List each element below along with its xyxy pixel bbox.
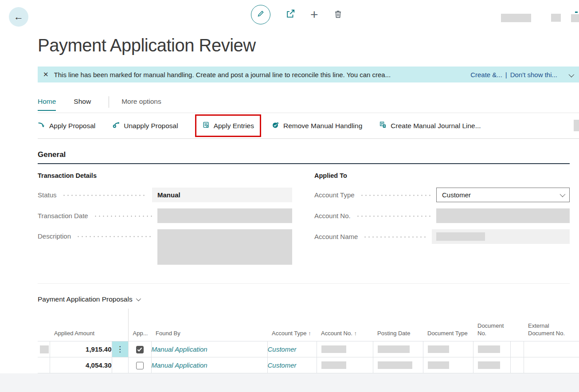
table-row: 1,915.40 ⋮ Manual Application Customer xyxy=(38,341,579,357)
dotted-leader xyxy=(356,216,431,217)
general-rule xyxy=(38,163,570,164)
account-no-cell[interactable] xyxy=(317,357,373,373)
description-field-row: Description xyxy=(38,229,292,265)
applied-checkbox[interactable] xyxy=(136,346,144,353)
posting-date-cell[interactable] xyxy=(373,341,423,357)
tab-more-options[interactable]: More options xyxy=(121,98,161,110)
account-no-field-row: Account No. xyxy=(314,208,570,223)
account-no-cell[interactable] xyxy=(317,341,373,357)
section-divider xyxy=(38,283,570,284)
apply-proposal-icon xyxy=(38,121,45,130)
found-by-header[interactable]: Found By xyxy=(151,309,267,341)
apply-proposal-button[interactable]: Apply Proposal xyxy=(38,121,95,130)
general-fields: Transaction Details Status Manual Transa… xyxy=(38,172,570,271)
account-no-field[interactable] xyxy=(436,208,570,223)
row-menu-cell[interactable] xyxy=(112,357,128,373)
applied-amount-cell[interactable]: 4,054.30 xyxy=(50,357,112,373)
banner-action-link[interactable]: Create &... xyxy=(470,71,502,78)
dotted-leader xyxy=(62,195,147,196)
pencil-icon xyxy=(257,10,265,20)
share-button[interactable] xyxy=(286,9,295,20)
found-by-link[interactable]: Manual Application xyxy=(152,361,207,369)
redacted-value xyxy=(478,361,500,369)
account-type-cell: Customer xyxy=(267,341,317,357)
status-label: Status xyxy=(38,191,57,199)
row-selector-cell[interactable] xyxy=(38,357,50,373)
external-document-no-header[interactable]: External Document No. xyxy=(524,309,579,341)
row-menu-cell[interactable]: ⋮ xyxy=(112,341,128,357)
back-button[interactable]: ← xyxy=(9,7,28,27)
account-type-field-row: Account Type Customer xyxy=(314,188,570,202)
plus-icon: + xyxy=(310,8,318,21)
apply-entries-button[interactable]: Apply Entries xyxy=(195,114,261,137)
banner-message: This line has been marked for manual han… xyxy=(54,71,471,78)
unapply-proposal-icon xyxy=(112,121,120,130)
close-icon[interactable]: ✕ xyxy=(43,71,49,78)
tab-home[interactable]: Home xyxy=(38,98,56,111)
banner-link-separator: | xyxy=(505,71,507,78)
redacted-value xyxy=(378,361,412,369)
document-type-cell[interactable] xyxy=(423,341,473,357)
delete-button[interactable] xyxy=(333,9,343,20)
banner-expand-button[interactable] xyxy=(569,71,573,78)
proposals-heading[interactable]: Payment Application Proposals xyxy=(38,295,579,303)
table-header-row: Applied Amount App... Found By Account T… xyxy=(38,309,579,341)
chevron-down-icon xyxy=(569,71,575,77)
document-type-header[interactable]: Document Type xyxy=(423,309,473,341)
document-no-cell[interactable] xyxy=(473,357,510,373)
chevron-down-icon xyxy=(136,296,141,301)
applied-checkbox-header[interactable]: App... xyxy=(128,309,151,341)
unapply-proposal-button[interactable]: Unapply Proposal xyxy=(112,121,178,130)
posting-date-cell[interactable] xyxy=(373,357,423,373)
action-label: Apply Proposal xyxy=(49,122,95,130)
select-column-header xyxy=(38,309,50,341)
found-by-cell: Manual Application xyxy=(151,357,267,373)
general-heading: General xyxy=(38,150,570,159)
redacted-value xyxy=(40,345,49,353)
applied-to-group: Applied To Account Type Customer Account… xyxy=(314,172,570,271)
action-bar: Apply Proposal Unapply Proposal Apply En… xyxy=(38,113,579,139)
external-document-no-cell[interactable] xyxy=(524,357,579,373)
account-name-field[interactable] xyxy=(432,229,570,244)
account-type-dropdown[interactable]: Customer xyxy=(436,188,570,202)
edit-button[interactable] xyxy=(251,5,270,24)
found-by-link[interactable]: Manual Application xyxy=(152,345,207,353)
redacted-action-item xyxy=(574,120,579,131)
action-label: Remove Manual Handling xyxy=(283,122,362,130)
row-selector-cell[interactable] xyxy=(38,341,50,357)
account-type-header[interactable]: Account Type ↑ xyxy=(267,309,317,341)
applied-amount-header[interactable]: Applied Amount xyxy=(50,309,112,341)
transaction-date-field[interactable] xyxy=(157,208,292,223)
redacted-value xyxy=(378,345,410,353)
create-manual-journal-line-button[interactable]: Create Manual Journal Line... xyxy=(379,121,481,130)
account-type-label: Account Type xyxy=(314,191,355,199)
applied-amount-cell[interactable]: 1,915.40 xyxy=(50,341,112,357)
document-no-cell[interactable] xyxy=(473,341,510,357)
account-no-header[interactable]: Account No. ↑ xyxy=(317,309,373,341)
account-type-link[interactable]: Customer xyxy=(268,361,297,369)
payment-application-proposals-section: Payment Application Proposals Applied Am… xyxy=(38,295,579,373)
row-menu-column-header xyxy=(112,309,128,341)
description-field[interactable] xyxy=(157,229,292,265)
dotted-leader xyxy=(76,236,152,237)
account-type-link[interactable]: Customer xyxy=(268,345,297,353)
applied-checkbox[interactable] xyxy=(136,362,144,369)
document-no-header[interactable]: Document No. xyxy=(473,309,510,341)
remove-manual-handling-button[interactable]: Remove Manual Handling xyxy=(272,121,362,130)
redacted-value xyxy=(321,361,346,369)
applied-checkbox-cell xyxy=(128,341,151,357)
account-type-value: Customer xyxy=(442,191,471,199)
tab-show[interactable]: Show xyxy=(74,98,91,110)
action-label: Unapply Proposal xyxy=(124,122,178,130)
transaction-date-label: Transaction Date xyxy=(38,212,88,220)
new-button[interactable]: + xyxy=(310,8,318,21)
banner-dismiss-link[interactable]: Don't show thi... xyxy=(510,71,557,78)
dotted-leader xyxy=(360,195,431,196)
check-icon xyxy=(137,348,141,351)
external-document-no-cell[interactable] xyxy=(524,341,579,357)
spacer-cell xyxy=(510,357,524,373)
redacted-value xyxy=(436,232,485,241)
action-label: Create Manual Journal Line... xyxy=(391,122,481,130)
document-type-cell[interactable] xyxy=(423,357,473,373)
posting-date-header[interactable]: Posting Date xyxy=(373,309,423,341)
